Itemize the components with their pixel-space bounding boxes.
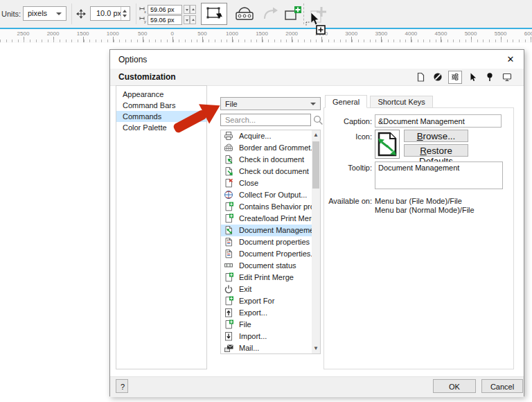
- sidebar-item-commands[interactable]: Commands: [116, 111, 206, 122]
- ruler-label: 3000: [345, 30, 357, 37]
- list-item[interactable]: Create/load Print Merge: [221, 213, 320, 225]
- command-list: Acquire...Border and Grommet...Check in …: [220, 130, 321, 354]
- command-category-dropdown[interactable]: File: [220, 97, 321, 110]
- list-item[interactable]: Mail...: [221, 342, 320, 354]
- list-item-label: File: [239, 320, 251, 329]
- dup-x-decrease-button[interactable]: [184, 5, 190, 14]
- list-item-label: Mail...: [239, 344, 259, 352]
- nudge-distance-input[interactable]: 10.0 px: [90, 6, 130, 21]
- list-item[interactable]: Contains Behavior prop...: [221, 201, 320, 213]
- command-rows: Acquire...Border and Grommet...Check in …: [221, 130, 320, 354]
- close-icon[interactable]: ✕: [504, 53, 517, 66]
- grommet-icon: [224, 143, 233, 154]
- category-list: AppearanceCommand BarsCommandsColor Pale…: [116, 85, 207, 369]
- list-item[interactable]: Export For: [221, 295, 320, 307]
- ruler-label: 1000: [107, 30, 119, 37]
- tab-shortcut-keys[interactable]: Shortcut Keys: [370, 96, 432, 108]
- ruler-label: 4000: [405, 30, 418, 37]
- list-item[interactable]: Import...: [221, 331, 320, 342]
- ok-button[interactable]: OK: [433, 379, 476, 393]
- sidebar-item-appearance[interactable]: Appearance: [116, 89, 206, 100]
- dup-y-increase-button[interactable]: [190, 15, 196, 24]
- toolbar-separator: [136, 3, 136, 24]
- chevron-down-icon: [310, 103, 316, 105]
- units-dropdown[interactable]: pixels: [23, 6, 66, 21]
- list-item[interactable]: Border and Grommet...: [221, 142, 320, 154]
- list-item-label: Check in document: [239, 155, 304, 164]
- monitor-icon[interactable]: [500, 71, 514, 84]
- prohibit-icon[interactable]: [431, 71, 445, 84]
- scroll-down-icon[interactable]: ▼: [312, 344, 320, 353]
- tooltip-input[interactable]: Document Management: [375, 161, 503, 189]
- list-item[interactable]: Close: [221, 177, 320, 189]
- ruler-label: 5500: [495, 30, 507, 37]
- help-button[interactable]: ?: [116, 379, 128, 393]
- list-item[interactable]: Acquire...: [221, 130, 320, 142]
- treat-as-filled-button[interactable]: [201, 3, 227, 25]
- caption-input[interactable]: [375, 114, 502, 128]
- list-item[interactable]: s=Document properties: [221, 236, 320, 248]
- doc-management-large-icon: [375, 130, 400, 159]
- ruler-tick: [292, 37, 292, 42]
- sliders-icon[interactable]: [448, 71, 462, 84]
- list-item[interactable]: File: [221, 319, 320, 331]
- pin-icon[interactable]: [483, 71, 497, 84]
- list-item[interactable]: Check in document: [221, 154, 320, 166]
- list-item[interactable]: Document Management: [221, 225, 320, 236]
- ruler-label: 2000: [285, 30, 298, 37]
- search-input[interactable]: [224, 115, 308, 125]
- drag-drop-cursor-icon: [302, 12, 327, 37]
- page-plus-icon: [224, 320, 233, 331]
- icon-label: Icon:: [318, 132, 372, 141]
- duplicate-distance-x-input[interactable]: [148, 5, 182, 15]
- list-item[interactable]: Export...: [221, 307, 320, 319]
- list-item-label: Document status: [239, 261, 296, 270]
- ruler-tick: [321, 37, 322, 42]
- tab-general[interactable]: General: [325, 95, 367, 108]
- ruler-tick: [53, 37, 54, 42]
- border-grommet-button[interactable]: [231, 3, 258, 25]
- browse-button[interactable]: Browse...: [404, 130, 468, 142]
- list-item[interactable]: Exit: [221, 283, 320, 295]
- duplicate-distance-y-input[interactable]: [148, 15, 182, 25]
- ruler-tick: [531, 37, 531, 42]
- units-value: pixels: [28, 9, 47, 17]
- svg-text:y: y: [144, 19, 146, 24]
- list-item-label: Border and Grommet...: [239, 143, 317, 152]
- list-item[interactable]: Check out document: [221, 166, 320, 177]
- ruler-tick: [202, 37, 203, 42]
- new-document-icon[interactable]: [414, 71, 427, 84]
- options-dialog: Options ✕ Customization AppearanceComman…: [109, 49, 524, 396]
- cancel-button[interactable]: Cancel: [481, 379, 523, 393]
- list-item[interactable]: s=Document Properties...: [221, 248, 320, 260]
- command-search-box: [220, 114, 311, 126]
- restore-defaults-button[interactable]: Restore Defaults: [404, 144, 468, 157]
- dialog-title: Options: [118, 55, 147, 64]
- chevron-down-icon: [56, 12, 62, 15]
- ruler-label: 5000: [465, 30, 477, 37]
- page-check-in-icon: [224, 155, 233, 166]
- list-item-label: Collect For Output...: [239, 191, 307, 199]
- dup-x-increase-button[interactable]: [190, 5, 196, 14]
- svg-text:s=: s=: [227, 250, 231, 254]
- sidebar-item-command-bars[interactable]: Command Bars: [116, 100, 206, 111]
- header-icon-row: [414, 70, 514, 84]
- ruler-label: 6000: [524, 30, 532, 37]
- ruler-tick: [351, 37, 352, 42]
- ruler-label: 2000: [47, 30, 60, 37]
- dup-y-decrease-button[interactable]: [184, 15, 190, 24]
- list-item[interactable]: Edit Print Merge: [221, 272, 320, 283]
- page-props-icon: s=: [224, 237, 233, 248]
- ruler-label: 500: [138, 30, 147, 37]
- spinner-buttons[interactable]: [121, 7, 130, 20]
- list-item[interactable]: Document status: [221, 260, 320, 272]
- ruler-label: 1000: [226, 30, 238, 37]
- printer-icon: [224, 131, 233, 142]
- page-close-icon: [224, 178, 233, 189]
- ruler-tick: [501, 37, 502, 42]
- ruler-tick: [113, 37, 114, 42]
- list-item[interactable]: Collect For Output...: [221, 189, 320, 201]
- sidebar-item-color-palette[interactable]: Color Palette: [116, 122, 206, 133]
- list-item-label: Document Properties...: [239, 250, 317, 258]
- cursor-icon[interactable]: [466, 71, 479, 84]
